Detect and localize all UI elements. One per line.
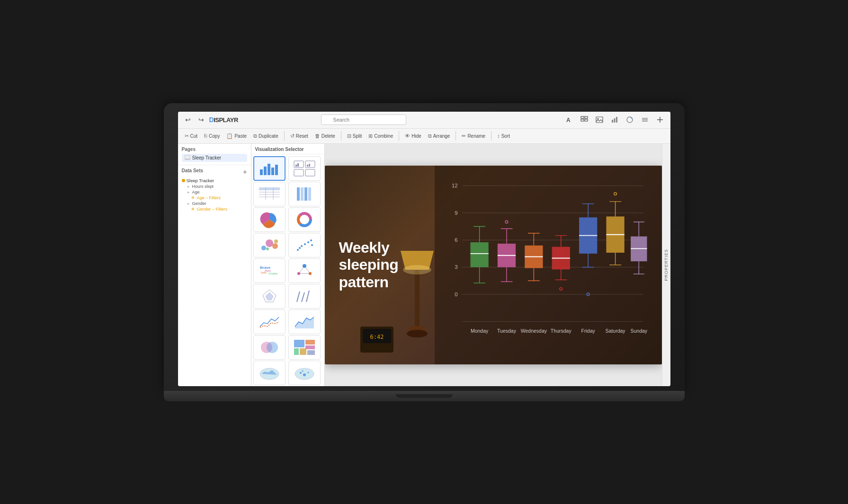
hide-label: Hide [411,133,421,139]
rename-button[interactable]: ✏ Rename [459,132,488,140]
cut-button[interactable]: ✂ Cut [182,132,201,140]
duplicate-icon: ⧉ [253,133,257,139]
image-icon-btn[interactable] [593,114,606,126]
viz-item-area[interactable] [288,309,321,334]
svg-rect-20 [268,164,270,175]
svg-point-46 [261,246,266,250]
arrange-button[interactable]: ⧉ Arrange [425,132,453,140]
viz-item-pie[interactable] [253,207,286,232]
text-icon-btn[interactable]: A [563,114,575,126]
svg-point-6 [598,118,599,120]
svg-rect-1 [581,116,584,118]
viz-selector-header: Visualization Selector [251,144,324,154]
viz-item-donut[interactable] [288,207,321,232]
viz-item-treemap[interactable] [288,335,321,360]
svg-rect-8 [614,118,616,123]
rename-label: Rename [467,133,485,139]
paste-button[interactable]: 📋 Paste [223,132,250,140]
viz-item-small-multiples[interactable] [288,156,321,181]
svg-rect-75 [294,340,304,347]
svg-rect-3 [581,119,584,121]
toolbar-divider-2 [341,131,341,141]
dataset-dot [182,179,185,182]
viz-item-radar[interactable] [253,284,286,309]
svg-point-86 [302,370,303,371]
chart-panel: 12 9 6 3 0 [435,166,662,364]
page-item-sleep-tracker[interactable]: Sleep Tracker [182,154,247,162]
copy-icon: ⎘ [204,133,207,139]
combine-button[interactable]: ⊞ Combine [366,132,396,140]
duplicate-button[interactable]: ⧉ Duplicate [250,132,281,140]
dataset-child-hours[interactable]: ▸ Hours slept [182,184,247,189]
sort-button[interactable]: ↕ Sort [494,132,513,140]
properties-tab[interactable]: PROPERTIES [662,144,670,386]
svg-text:0: 0 [455,291,457,297]
plus-icon-btn[interactable] [654,114,666,126]
svg-text:Tuesday: Tuesday [497,328,517,334]
svg-point-120 [505,221,508,223]
viz-item-network[interactable] [288,258,321,283]
viz-selector-title: Visualization Selector [255,147,304,152]
arrange-icon: ⧉ [428,133,432,139]
datasets-header: Data Sets + [182,168,247,176]
copy-button[interactable]: ⎘ Copy [201,132,223,140]
search-input[interactable] [321,115,406,125]
dataset-child-gender[interactable]: ▸ Gender [182,201,247,206]
dataset-child-age-filters[interactable]: ⊕ Age – Filters [182,195,247,201]
dataset-child-label: Age [192,190,200,195]
logo-text: ISPLAYR [214,116,238,124]
viz-grid: Brave Alpha Delta Charlie [251,154,324,386]
svg-text:3: 3 [455,264,457,270]
svg-rect-4 [585,119,588,121]
redo-button[interactable]: ↪ [195,114,207,126]
delete-button[interactable]: 🗑 Delete [312,132,338,140]
viz-item-line[interactable] [253,309,286,334]
viz-item-map2[interactable] [288,361,321,385]
split-button[interactable]: ⊟ Split [344,132,365,140]
svg-text:Wednesday: Wednesday [520,328,547,334]
svg-line-72 [306,291,309,302]
arrange-label: Arrange [433,133,450,139]
dataset-child-age[interactable]: ▸ Age [182,189,247,195]
page-label: Sleep Tracker [192,155,222,160]
duplicate-label: Duplicate [259,133,278,139]
undo-button[interactable]: ↩ [182,114,194,126]
viz-item-venn[interactable] [253,335,286,360]
viz-item-spike[interactable] [288,284,321,309]
svg-point-45 [301,216,308,223]
main-area: Pages Sleep Tracker [178,144,670,386]
chevron-icon: ▸ [187,190,190,195]
viz-item-map1[interactable] [253,361,286,385]
viz-item-scatter[interactable] [288,233,321,257]
reset-label: Reset [296,133,308,139]
svg-rect-29 [307,165,308,167]
minus-icon-btn[interactable] [639,114,651,126]
hide-button[interactable]: 👁 Hide [402,132,424,140]
svg-text:A: A [566,117,571,124]
viz-item-bar-alt[interactable] [288,182,321,206]
viz-item-table[interactable] [253,182,286,206]
properties-label: PROPERTIES [664,249,669,281]
circle-icon-btn[interactable] [624,114,636,126]
viz-item-bar[interactable] [253,156,286,181]
canvas-area[interactable]: 6:42 Weekly sleeping pattern [325,144,662,386]
page-icon [185,155,190,160]
viz-item-word[interactable]: Brave Alpha Delta Charlie [253,258,286,283]
dataset-item-sleep-tracker[interactable]: Sleep Tracker [182,177,247,184]
viz-item-bubble[interactable] [253,233,286,257]
svg-rect-25 [294,169,303,176]
svg-rect-79 [300,348,306,355]
grid-icon-btn[interactable] [578,114,590,126]
svg-point-66 [297,272,300,275]
dataset-child-label: Age – Filters [197,195,221,200]
reset-button[interactable]: ↺ Reset [287,132,311,140]
search-container [321,115,406,125]
dataset-child-gender-filters[interactable]: ⊕ Gender – Filters [182,206,247,212]
chart-icon-btn[interactable] [608,114,621,126]
pages-header: Pages [182,147,247,152]
delete-icon: 🗑 [315,133,320,139]
add-dataset-button[interactable]: + [243,168,247,176]
svg-rect-28 [297,163,299,167]
chevron-icon: ▸ [187,201,190,206]
svg-text:Saturday: Saturday [605,328,625,334]
